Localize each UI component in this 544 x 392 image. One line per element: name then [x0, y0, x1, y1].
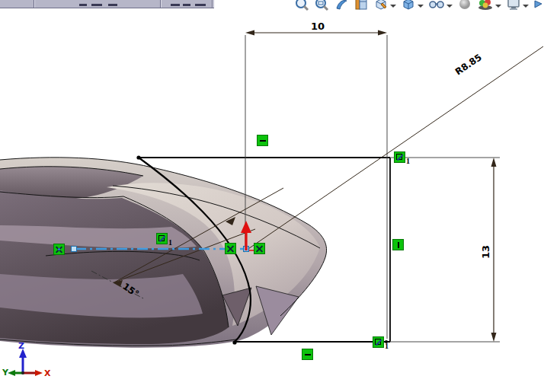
viewport[interactable]: 10 13 R8.85 15° [0, 0, 544, 392]
relation-horizontal-icon[interactable] [257, 135, 268, 146]
horizontal-glyph [260, 140, 266, 142]
x-axis-arrow [35, 370, 43, 376]
relation-intersection-icon[interactable] [254, 243, 265, 254]
cad-viewport-window: 10 13 R8.85 15° [0, 0, 544, 392]
relation-subscript: 1 [168, 238, 172, 247]
relation-intersection-icon[interactable] [225, 243, 236, 254]
centerline-endpoint-handle[interactable] [72, 247, 77, 252]
horizontal-glyph [305, 354, 311, 355]
relation-on-edge-icon[interactable]: 1 [373, 336, 384, 348]
x-axis-label: X [44, 368, 50, 378]
relation-intersection-icon[interactable] [53, 244, 65, 255]
sketch-endpoint[interactable] [232, 340, 236, 344]
relation-on-edge-icon[interactable]: 1 [394, 151, 405, 163]
relation-horizontal-icon[interactable] [302, 349, 313, 360]
y-axis-arrow [8, 370, 15, 376]
dimension-height[interactable]: 13 [390, 158, 500, 342]
vertical-glyph [398, 242, 399, 248]
relation-subscript: 1 [406, 157, 410, 165]
z-axis-label: Z [18, 341, 24, 351]
relation-subscript: 1 [385, 342, 389, 350]
relation-on-edge-icon[interactable]: 1 [156, 233, 168, 244]
dimension-width-value[interactable]: 10 [311, 21, 325, 32]
model-solid-body[interactable] [0, 158, 327, 348]
reference-triad [0, 341, 53, 388]
sketch-endpoint[interactable] [136, 155, 140, 159]
dimension-radius-value[interactable]: R8.85 [453, 52, 484, 77]
relation-vertical-icon[interactable] [392, 239, 404, 250]
intersection-point [58, 248, 60, 250]
dimension-height-value[interactable]: 13 [480, 245, 491, 259]
y-axis-label: Y [2, 368, 8, 378]
